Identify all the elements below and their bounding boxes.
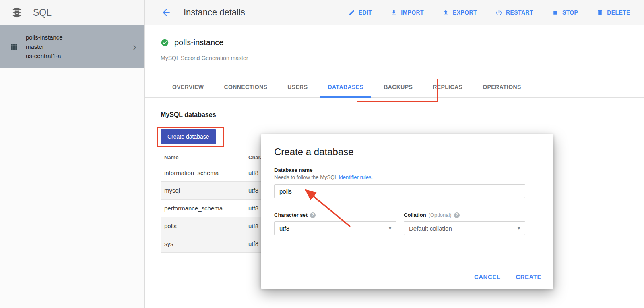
dialog-title: Create a database [274,146,353,158]
database-name-helper: Needs to follow the MySQL identifier rul… [274,174,373,180]
tab-users[interactable]: USERS [277,77,318,97]
delete-icon [597,9,603,16]
db-name: mysql [161,187,245,194]
tab-backups[interactable]: BACKUPS [374,77,423,97]
db-name: information_schema [161,169,245,176]
help-icon[interactable]: ? [310,212,316,218]
sidebar-item-polls-instance[interactable]: polls-instance master us-central1-a › [0,25,144,68]
database-name-input[interactable] [274,184,525,198]
identifier-rules-link[interactable]: identifier rules [339,174,372,180]
restart-icon [495,9,502,16]
character-set-label: Character set ? [274,212,316,218]
instance-toolbar: Instance details EDIT IMPORT EXPORT REST… [145,0,644,25]
create-button[interactable]: CREATE [516,273,541,280]
sidebar-instance-zone: us-central1-a [26,51,63,60]
db-name: sys [161,240,245,247]
pencil-icon [348,9,355,16]
instance-grid-icon [10,42,19,51]
character-set-select[interactable]: utf8 ▾ [274,221,396,235]
restart-button[interactable]: RESTART [495,9,533,16]
chevron-right-icon[interactable]: › [133,42,136,52]
tab-replicas[interactable]: REPLICAS [423,77,473,97]
collation-value: Default collation [409,225,452,232]
instance-header: polls-instance [161,38,223,47]
tab-connections[interactable]: CONNECTIONS [214,77,277,97]
section-title: MySQL databases [161,111,216,119]
sidebar-instance-role: master [26,42,63,51]
dialog-actions: CANCEL CREATE [474,273,541,280]
collation-select[interactable]: Default collation ▾ [404,221,525,235]
edit-button[interactable]: EDIT [348,9,372,16]
top-bar: SQL Instance details EDIT IMPORT EXPORT … [0,0,644,25]
tab-operations[interactable]: OPERATIONS [473,77,531,97]
help-icon[interactable]: ? [454,212,460,218]
stop-button[interactable]: STOP [552,9,578,16]
status-check-icon [161,38,169,47]
db-name: performance_schema [161,205,245,212]
db-name: polls [161,223,245,229]
back-arrow-icon[interactable] [161,7,171,18]
page-title: Instance details [184,7,245,18]
create-database-button[interactable]: Create database [161,129,216,144]
create-database-dialog: Create a database Database name Needs to… [261,134,553,289]
instances-sidebar: polls-instance master us-central1-a › [0,25,145,308]
stop-icon [552,9,559,16]
cloud-sql-icon [11,6,23,19]
instance-meta: polls-instance master us-central1-a [26,33,63,61]
import-button[interactable]: IMPORT [390,9,424,16]
toolbar-actions: EDIT IMPORT EXPORT RESTART STOP DELETE [348,9,630,16]
cancel-button[interactable]: CANCEL [474,273,501,280]
instance-name: polls-instance [174,38,223,47]
column-header-name: Name [161,154,245,160]
database-name-label: Database name [274,167,312,173]
product-header: SQL [0,0,145,25]
collation-label: Collation (Optional) ? [404,212,460,218]
import-icon [390,9,397,16]
delete-button[interactable]: DELETE [597,9,630,16]
product-name: SQL [33,7,52,18]
instance-subtitle: MySQL Second Generation master [161,55,248,61]
export-icon [442,9,449,16]
caret-down-icon: ▾ [389,225,391,231]
character-set-value: utf8 [279,225,289,232]
sidebar-instance-name: polls-instance [26,33,63,42]
export-button[interactable]: EXPORT [442,9,477,16]
tab-overview[interactable]: OVERVIEW [162,77,214,97]
caret-down-icon: ▾ [518,225,520,231]
tab-bar: OVERVIEW CONNECTIONS USERS DATABASES BAC… [145,77,644,98]
tab-databases[interactable]: DATABASES [318,77,374,97]
